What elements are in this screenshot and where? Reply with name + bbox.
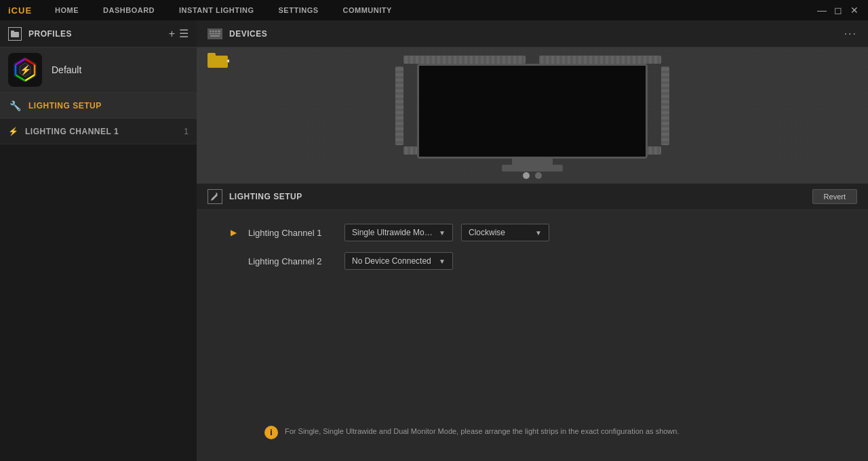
profiles-actions: + ☰ — [169, 28, 189, 39]
profiles-icon — [8, 27, 22, 41]
devices-header: DEVICES ··· — [197, 20, 868, 47]
sidebar-lighting-channel[interactable]: ⚡ LIGHTING CHANNEL 1 1 — [0, 119, 197, 144]
svg-rect-10 — [210, 33, 212, 34]
channel-2-device-chevron: ▼ — [439, 258, 446, 265]
app-logo: iCUE — [8, 5, 32, 16]
svg-rect-1 — [11, 31, 14, 33]
nav-dashboard[interactable]: DASHBOARD — [91, 0, 167, 20]
led-strip-left — [395, 66, 403, 145]
svg-rect-16 — [208, 53, 216, 58]
channel-row-2: ▶ Lighting Channel 2 No Device Connected… — [231, 252, 834, 270]
lighting-setup-header-title: LIGHTING SETUP — [229, 192, 812, 201]
nav-instant-lighting[interactable]: INSTANT LIGHTING — [167, 0, 266, 20]
channel-1-direction-chevron: ▼ — [535, 229, 542, 237]
main-layout: PROFILES + ☰ — [0, 20, 868, 461]
window-controls: — ◻ ✕ — [816, 5, 860, 16]
svg-rect-7 — [212, 31, 214, 32]
nav-community[interactable]: COMMUNITY — [331, 0, 404, 20]
channel-2-device-select[interactable]: No Device Connected ▼ — [344, 252, 453, 270]
wrench-icon: 🔧 — [9, 100, 21, 111]
monitor-container — [390, 47, 675, 169]
carousel-dot-2[interactable] — [535, 172, 542, 179]
lighting-channel-label: LIGHTING CHANNEL 1 — [25, 127, 184, 136]
channel-1-device-value: Single Ultrawide Monitor.. — [352, 228, 435, 237]
folder-icon — [11, 30, 19, 38]
lighting-setup-section: LIGHTING SETUP Revert ▶ Lighting Channel… — [197, 183, 868, 461]
device-viz — [197, 47, 868, 183]
channel-2-device-value: No Device Connected — [352, 256, 435, 266]
carousel-dot-1[interactable] — [523, 172, 530, 179]
svg-rect-8 — [215, 31, 217, 32]
revert-button[interactable]: Revert — [812, 189, 857, 204]
profiles-header: PROFILES + ☰ — [0, 20, 197, 47]
svg-rect-6 — [210, 31, 212, 32]
nav-home[interactable]: HOME — [43, 0, 91, 20]
bolt-icon: ⚡ — [8, 127, 18, 136]
nav-settings[interactable]: SETTINGS — [267, 0, 331, 20]
edit-icon — [208, 189, 222, 204]
titlebar: iCUE HOME DASHBOARD INSTANT LIGHTING SET… — [0, 0, 868, 20]
monitor-base — [502, 165, 563, 172]
info-text: For Single, Single Ultrawide and Dual Mo… — [285, 426, 679, 437]
channel-1-direction-select[interactable]: Clockwise ▼ — [461, 224, 549, 241]
svg-rect-13 — [218, 33, 220, 34]
channel-1-device-select[interactable]: Single Ultrawide Monitor.. ▼ — [344, 224, 453, 241]
led-strip-top-left — [403, 56, 526, 64]
info-box: i For Single, Single Ultrawide and Dual … — [231, 415, 834, 450]
wrench-section-icon: 🔧 — [8, 99, 22, 113]
device-folder-icon — [208, 53, 228, 68]
lighting-setup-label: LIGHTING SETUP — [28, 101, 102, 111]
channel-row-1: ▶ Lighting Channel 1 Single Ultrawide Mo… — [231, 224, 834, 241]
svg-rect-12 — [215, 33, 217, 34]
sidebar: PROFILES + ☰ — [0, 20, 197, 461]
svg-text:⚡: ⚡ — [20, 64, 32, 76]
lighting-setup-section-header: LIGHTING SETUP Revert — [197, 183, 868, 210]
carousel-dots — [523, 172, 542, 183]
svg-rect-14 — [210, 35, 220, 37]
info-icon: i — [264, 426, 278, 439]
profile-logo: ⚡ — [8, 53, 42, 87]
profile-name: Default — [52, 64, 81, 75]
svg-rect-9 — [218, 31, 220, 32]
channels-container: ▶ Lighting Channel 1 Single Ultrawide Mo… — [197, 210, 868, 294]
profiles-menu-button[interactable]: ☰ — [179, 28, 189, 39]
sidebar-lighting-setup[interactable]: 🔧 LIGHTING SETUP — [0, 93, 197, 119]
profile-item[interactable]: ⚡ Default — [0, 47, 197, 93]
channel-2-label: Lighting Channel 2 — [248, 256, 336, 266]
monitor-screen — [419, 66, 646, 157]
add-profile-button[interactable]: + — [169, 28, 175, 39]
profiles-title: PROFILES — [28, 29, 169, 39]
svg-rect-11 — [212, 33, 214, 34]
maximize-button[interactable]: ◻ — [833, 5, 844, 16]
led-strip-right — [661, 66, 669, 145]
led-strip-top-right — [539, 56, 661, 64]
channel-1-label: Lighting Channel 1 — [248, 228, 336, 238]
close-button[interactable]: ✕ — [849, 5, 860, 16]
nav-menu: HOME DASHBOARD INSTANT LIGHTING SETTINGS… — [43, 0, 816, 20]
icue-logo-icon: ⚡ — [12, 56, 39, 83]
lighting-channel-count: 1 — [184, 127, 189, 136]
channel-1-device-chevron: ▼ — [439, 229, 446, 237]
minimize-button[interactable]: — — [816, 5, 827, 16]
channel-expand-arrow-1[interactable]: ▶ — [231, 228, 240, 237]
channel-1-direction-value: Clockwise — [469, 228, 531, 237]
keyboard-icon — [208, 28, 222, 39]
devices-title: DEVICES — [229, 29, 844, 39]
monitor-display — [417, 64, 648, 159]
devices-menu-button[interactable]: ··· — [844, 28, 857, 40]
main-content: DEVICES ··· — [197, 20, 868, 461]
